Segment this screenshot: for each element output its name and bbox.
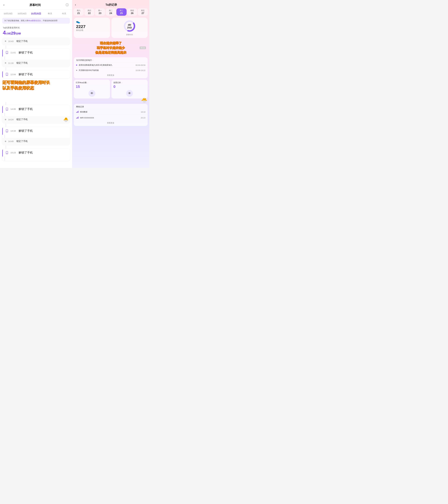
info-icon[interactable]: ⓘ	[66, 3, 69, 7]
week-item-2[interactable]: 周一 23	[95, 8, 105, 16]
svg-point-3	[7, 75, 7, 75]
svg-rect-17	[77, 117, 77, 119]
location-arrow[interactable]: ›	[92, 59, 93, 61]
screen-time-unit1: 小时	[6, 32, 11, 35]
steps-icon: 👟	[76, 20, 108, 24]
week-day: 周四	[130, 9, 134, 12]
location-title: 当天停留过的地方 ›	[74, 57, 148, 62]
screen-time-minutes: 29	[11, 31, 16, 35]
svg-point-1	[7, 53, 7, 54]
steps-card: 👟 2227 移动步数	[74, 18, 110, 38]
tl-item-unlock-1434: 14:34 解锁了手机	[2, 127, 70, 135]
tl-dot	[5, 40, 6, 42]
setting-card[interactable]: 设置记录 › 0 👁	[111, 80, 148, 98]
date-item-0[interactable]: 10月23日	[1, 12, 15, 16]
week-item-0[interactable]: 周六 21	[73, 8, 84, 16]
mua-open-value: 15	[76, 85, 108, 89]
stats-row: 👟 2227 移动步数 4时29分 屏幕时间	[74, 18, 148, 38]
week-day: 周五	[141, 9, 145, 12]
tl-time: 12:04	[10, 73, 17, 75]
svg-rect-14	[77, 111, 78, 113]
setting-arrow: ›	[122, 82, 122, 84]
tl-vline	[6, 145, 6, 149]
test-badge: 测试版	[139, 46, 146, 49]
week-nav: 周六 21 周日 22 周一 23 周二 24 周三 25 周四 26 周五 2…	[72, 8, 149, 18]
location-time-1: 10:09-19:22	[136, 69, 145, 72]
notice-highlight: Mua保留在后台	[28, 19, 41, 22]
svg-rect-18	[77, 117, 78, 119]
tl-text: 解锁了手机	[19, 151, 33, 155]
signal-icon-1	[76, 116, 79, 119]
week-item-3[interactable]: 周二 24	[106, 8, 116, 16]
date-item-1[interactable]: 10月24日	[16, 12, 29, 16]
phone-icon	[5, 51, 8, 54]
tl-text: 锁定了手机	[17, 140, 28, 143]
timeline-card-5: 14:34 解锁了手机 14:49 锁定了手机	[2, 127, 70, 145]
network-row-0: 移动数据 19:19	[74, 109, 148, 115]
location-time-0: 00:00-09:59	[136, 64, 145, 66]
date-item-4[interactable]: 今天	[57, 12, 71, 16]
screen-time-section: Ta的屏幕使用时长 4小时29分钟	[0, 25, 72, 38]
tl-time: 15:23	[10, 151, 17, 154]
week-date: 25	[120, 12, 123, 15]
setting-value: 0	[113, 85, 146, 89]
mua-open-card[interactable]: 打开Mua次数 › 15 👁	[74, 80, 110, 98]
svg-rect-12	[76, 112, 77, 113]
screen-time-unit2: 分钟	[16, 32, 21, 35]
tl-item-lock-1449: 14:49 锁定了手机	[2, 138, 70, 145]
tl-text: 解锁了手机	[19, 129, 33, 133]
location-more[interactable]: 查看更多	[74, 73, 148, 78]
date-item-2[interactable]: 10月25日	[29, 11, 43, 16]
screen-time-label: Ta的屏幕使用时长	[3, 26, 69, 29]
week-item-5[interactable]: 周四 26	[127, 8, 137, 16]
network-more[interactable]: 查看更多	[74, 121, 148, 126]
timeline: 10:43 锁定了手机 11:01 解锁了手机 11:16 锁定了手机	[0, 38, 72, 168]
double-card-row: 打开Mua次数 › 15 👁 设置记录 › 0 👁	[74, 80, 148, 98]
tl-time: 11:01	[10, 51, 17, 54]
annotation-text-right: 现在越来越乖了 玩手机时长越来越少 但是运动还得提高起来	[75, 41, 146, 55]
tl-item-unlock-1406: 14:06 解锁了手机	[2, 105, 70, 113]
date-item-3[interactable]: 昨天	[43, 12, 57, 16]
tl-vline	[4, 135, 5, 138]
timeline-card-6: 15:23 解锁了手机	[2, 149, 70, 161]
svg-point-7	[7, 131, 7, 132]
svg-rect-19	[78, 117, 79, 119]
timeline-card-4: 14:06 解锁了手机 14:24 锁定了手机 🐣	[2, 105, 70, 123]
timeline-card-2: 11:01 解锁了手机 11:16 锁定了手机	[2, 49, 70, 67]
tl-vline	[4, 56, 5, 60]
svg-rect-15	[78, 111, 79, 113]
notice-bar: 为了保证数据准确，请双人将Mua保留在后台，不能划掉或者清理	[2, 18, 70, 24]
location-text-0: 龙塔街道鲁能星城(九街区A区)鲁能星城九	[79, 64, 136, 66]
phone-icon	[5, 108, 8, 111]
screen-time-value: 4小时29分钟	[3, 30, 69, 36]
steps-value: 2227	[76, 24, 108, 29]
tl-time: 14:49	[8, 140, 15, 143]
timeline-card-3: 12:04 解锁了手机	[2, 71, 70, 78]
screen-time-hours: 4	[3, 30, 6, 36]
svg-rect-13	[77, 112, 77, 113]
date-nav: 10月23日 10月24日 10月25日 昨天 今天	[0, 9, 72, 18]
tl-time: 10:43	[8, 40, 15, 42]
tl-item-unlock-1101: 11:01 解锁了手机	[2, 49, 70, 56]
tl-text: 锁定了手机	[17, 118, 28, 121]
left-panel: ‹ 屏幕时间 ⓘ 10月23日 10月24日 10月25日 昨天 今天 为了保证…	[0, 0, 72, 168]
network-time-0: 19:19	[141, 111, 145, 113]
week-day: 周一	[98, 9, 102, 12]
week-date: 21	[77, 12, 80, 15]
location-dot-1	[76, 70, 77, 71]
tl-vline	[6, 124, 6, 127]
tl-item-unlock-1204: 12:04 解锁了手机	[2, 71, 70, 78]
week-item-6[interactable]: 周五 27	[138, 8, 148, 16]
location-row-1: 天宫殿街道G50沪渝高速 10:09-19:22	[74, 68, 148, 73]
left-back-button[interactable]: ‹	[3, 3, 4, 7]
tl-text: 锁定了手机	[17, 40, 28, 43]
tl-vline	[4, 157, 5, 161]
tl-vline	[6, 46, 6, 49]
tl-dot	[5, 141, 6, 142]
eye-icon-setting: 👁	[126, 90, 133, 97]
tl-time: 14:24	[8, 118, 15, 121]
week-item-1[interactable]: 周日 22	[84, 8, 94, 16]
timeline-card-1: 10:43 锁定了手机	[2, 38, 70, 45]
right-back-button[interactable]: ‹	[75, 3, 76, 7]
week-item-4-active[interactable]: 周三 25	[116, 8, 127, 16]
